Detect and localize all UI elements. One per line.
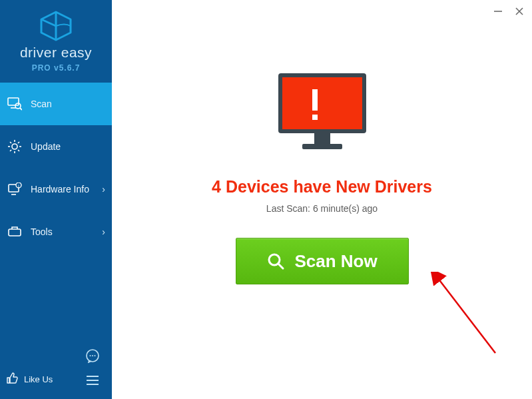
app-window: driver easy PRO v5.6.7 Scan Update i [0, 0, 532, 399]
svg-line-40 [438, 278, 495, 353]
last-scan-text: Last Scan: 6 minute(s) ago [266, 203, 378, 214]
svg-point-6 [15, 103, 21, 109]
svg-point-8 [12, 144, 17, 149]
svg-line-39 [278, 264, 283, 268]
window-controls [492, 5, 525, 17]
svg-rect-33 [282, 77, 362, 129]
close-button[interactable] [513, 5, 525, 17]
sidebar-item-update[interactable]: Update [0, 125, 112, 168]
brand-version: PRO v5.6.7 [32, 63, 81, 73]
svg-rect-35 [312, 115, 318, 120]
svg-line-7 [20, 108, 22, 110]
svg-rect-4 [8, 98, 19, 105]
feedback-icon[interactable] [85, 348, 100, 366]
thumbs-up-icon [5, 372, 19, 387]
chevron-right-icon: › [102, 226, 105, 237]
scan-result-headline: 4 Devices have New Drivers [212, 177, 432, 197]
alert-monitor-icon [272, 69, 372, 159]
sidebar-item-tools[interactable]: Tools › [0, 210, 112, 253]
main-panel: 4 Devices have New Drivers Last Scan: 6 … [112, 0, 532, 399]
svg-rect-34 [312, 89, 318, 111]
svg-line-13 [10, 142, 11, 143]
gear-icon [7, 139, 23, 154]
search-icon [266, 252, 285, 270]
logo-icon [38, 10, 74, 42]
svg-rect-37 [302, 144, 342, 149]
nav: Scan Update i Hardware Info › Tools [0, 83, 112, 253]
svg-line-16 [10, 150, 11, 151]
svg-point-24 [92, 355, 93, 356]
svg-line-14 [18, 150, 19, 151]
like-us-button[interactable]: Like Us [5, 372, 53, 387]
content: 4 Devices have New Drivers Last Scan: 6 … [112, 0, 532, 284]
minimize-button[interactable] [492, 5, 504, 17]
sidebar-item-hardware-info[interactable]: i Hardware Info › [0, 168, 112, 210]
monitor-search-icon [7, 97, 23, 111]
sidebar-item-label: Scan [31, 99, 52, 109]
scan-now-button[interactable]: Scan Now [236, 238, 409, 284]
svg-rect-36 [314, 133, 330, 144]
like-us-label: Like Us [24, 374, 53, 384]
hardware-info-icon: i [7, 183, 23, 196]
svg-point-23 [90, 355, 91, 356]
sidebar: driver easy PRO v5.6.7 Scan Update i [0, 0, 112, 399]
sidebar-footer: Like Us [0, 346, 112, 399]
sidebar-item-label: Hardware Info [31, 184, 89, 195]
svg-point-25 [95, 355, 96, 356]
sidebar-item-scan[interactable]: Scan [0, 83, 112, 125]
brand-block: driver easy PRO v5.6.7 [0, 0, 112, 83]
sidebar-item-label: Tools [31, 226, 53, 237]
brand-name: driver easy [20, 45, 92, 61]
svg-line-2 [41, 19, 56, 26]
menu-icon[interactable] [85, 375, 100, 388]
scan-now-label: Scan Now [294, 251, 377, 272]
svg-rect-21 [9, 229, 21, 236]
annotation-arrow-icon [429, 272, 509, 361]
svg-line-15 [18, 142, 19, 143]
tools-icon [7, 225, 23, 238]
chevron-right-icon: › [102, 184, 105, 195]
sidebar-item-label: Update [31, 141, 61, 152]
svg-text:i: i [18, 184, 19, 188]
